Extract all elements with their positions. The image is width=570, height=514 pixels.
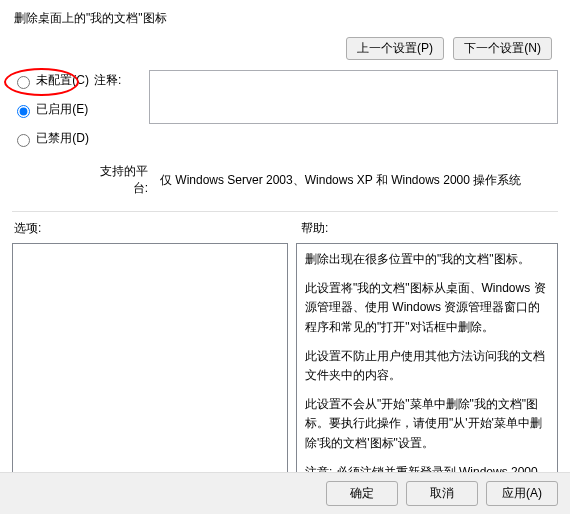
help-label: 帮助:	[297, 220, 328, 237]
help-text: 此设置不防止用户使用其他方法访问我的文档文件夹中的内容。	[305, 347, 549, 385]
platform-value: 仅 Windows Server 2003、Windows XP 和 Windo…	[152, 172, 521, 189]
ok-button[interactable]: 确定	[326, 481, 398, 506]
policy-title: 删除桌面上的"我的文档"图标	[12, 8, 558, 35]
radio-enabled[interactable]: 已启用(E)	[12, 101, 94, 118]
next-setting-button[interactable]: 下一个设置(N)	[453, 37, 552, 60]
options-label: 选项:	[12, 220, 297, 237]
divider	[12, 211, 558, 212]
comment-label: 注释:	[94, 72, 149, 88]
dialog-footer: 确定 取消 应用(A)	[0, 472, 570, 514]
help-text: 此设置不会从"开始"菜单中删除"我的文档"图标。要执行此操作，请使用"从'开始'…	[305, 395, 549, 453]
radio-not-configured-input[interactable]	[17, 76, 30, 89]
radio-disabled-input[interactable]	[17, 134, 30, 147]
radio-not-configured[interactable]: 未配置(C)	[12, 72, 94, 89]
radio-enabled-label: 已启用(E)	[36, 102, 88, 116]
config-radio-group: 未配置(C) 已启用(E) 已禁用(D)	[12, 70, 94, 159]
radio-disabled[interactable]: 已禁用(D)	[12, 130, 94, 147]
comment-textarea[interactable]	[149, 70, 558, 124]
radio-disabled-label: 已禁用(D)	[36, 131, 89, 145]
prev-setting-button[interactable]: 上一个设置(P)	[346, 37, 444, 60]
platform-label: 支持的平台:	[94, 163, 152, 197]
radio-not-configured-label: 未配置(C)	[36, 73, 89, 87]
help-text: 删除出现在很多位置中的"我的文档"图标。	[305, 250, 549, 269]
radio-enabled-input[interactable]	[17, 105, 30, 118]
cancel-button[interactable]: 取消	[406, 481, 478, 506]
help-text: 此设置将"我的文档"图标从桌面、Windows 资源管理器、使用 Windows…	[305, 279, 549, 337]
apply-button[interactable]: 应用(A)	[486, 481, 558, 506]
